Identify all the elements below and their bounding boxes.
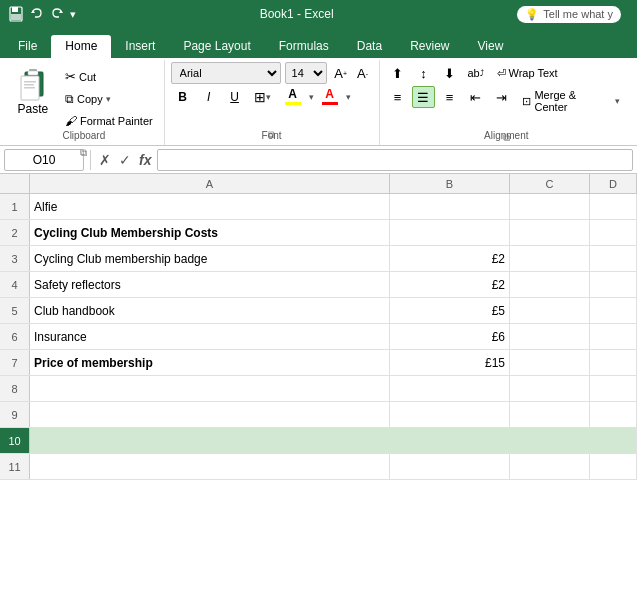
orientation-button[interactable]: ab⤴ [464,62,488,84]
cell-a[interactable] [30,376,390,401]
tab-page-layout[interactable]: Page Layout [169,35,264,58]
cell-a[interactable]: Price of membership [30,350,390,375]
format-painter-button[interactable]: 🖌 Format Painter [60,111,158,131]
cell-b[interactable]: £5 [390,298,510,323]
tab-view[interactable]: View [464,35,518,58]
cell-d[interactable] [590,194,637,219]
save-icon[interactable] [8,6,24,22]
decrease-indent-button[interactable]: ⇤ [463,86,487,108]
cell-d[interactable] [590,402,637,427]
font-color-button[interactable]: A [316,86,344,108]
table-row[interactable]: 4Safety reflectors£2 [0,272,637,298]
cell-d[interactable] [590,324,637,349]
bold-button[interactable]: B [171,86,195,108]
cell-d[interactable] [590,376,637,401]
cell-c[interactable] [510,376,590,401]
table-row[interactable]: 9 [0,402,637,428]
cell-c[interactable] [510,402,590,427]
align-left-button[interactable]: ≡ [386,86,410,108]
tab-review[interactable]: Review [396,35,463,58]
cell-a[interactable]: Safety reflectors [30,272,390,297]
cell-b[interactable] [390,428,510,453]
underline-button[interactable]: U [223,86,247,108]
cell-d[interactable] [590,272,637,297]
insert-function-icon[interactable]: fx [137,150,153,170]
tab-home[interactable]: Home [51,35,111,58]
align-top-button[interactable]: ⬆ [386,62,410,84]
cell-c[interactable] [510,428,590,453]
tell-me-bar[interactable]: 💡 Tell me what y [517,6,621,23]
cell-d[interactable] [590,298,637,323]
cell-c[interactable] [510,220,590,245]
col-header-c[interactable]: C [510,174,590,193]
font-size-select[interactable]: 14 [285,62,327,84]
table-row[interactable]: 3Cycling Club membership badge£2 [0,246,637,272]
cell-b[interactable] [390,194,510,219]
cell-d[interactable] [590,350,637,375]
cell-b[interactable]: £2 [390,272,510,297]
cell-c[interactable] [510,272,590,297]
cell-d[interactable] [590,428,637,453]
borders-button[interactable]: ⊞▾ [249,86,277,108]
cell-a[interactable] [30,428,390,453]
tab-formulas[interactable]: Formulas [265,35,343,58]
table-row[interactable]: 1Alfie [0,194,637,220]
copy-button[interactable]: ⧉ Copy ▾ [60,89,158,109]
cell-a[interactable]: Cycling Club Membership Costs [30,220,390,245]
cell-b[interactable] [390,402,510,427]
table-row[interactable]: 2Cycling Club Membership Costs [0,220,637,246]
cell-d[interactable] [590,454,637,479]
align-bottom-button[interactable]: ⬇ [438,62,462,84]
cell-b[interactable]: £6 [390,324,510,349]
table-row[interactable]: 5Club handbook£5 [0,298,637,324]
increase-indent-button[interactable]: ⇥ [489,86,513,108]
table-row[interactable]: 8 [0,376,637,402]
cell-d[interactable] [590,220,637,245]
cell-d[interactable] [590,246,637,271]
fill-color-arrow[interactable]: ▾ [309,92,314,102]
fill-color-button[interactable]: A [279,86,307,108]
align-center-button[interactable]: ☰ [412,86,436,108]
table-row[interactable]: 6Insurance£6 [0,324,637,350]
table-row[interactable]: 7Price of membership£15 [0,350,637,376]
cell-c[interactable] [510,246,590,271]
cell-c[interactable] [510,298,590,323]
cell-b[interactable] [390,376,510,401]
align-middle-button[interactable]: ↕ [412,62,436,84]
cell-b[interactable]: £2 [390,246,510,271]
tab-insert[interactable]: Insert [111,35,169,58]
paste-button[interactable]: Paste [10,62,56,122]
cell-a[interactable]: Cycling Club membership badge [30,246,390,271]
cell-a[interactable] [30,454,390,479]
merge-center-button[interactable]: ⊡ Merge & Center ▾ [515,86,627,116]
formula-input[interactable] [157,149,633,171]
wrap-text-button[interactable]: ⏎ Wrap Text [490,62,565,84]
cut-button[interactable]: ✂ Cut [60,66,158,87]
cell-c[interactable] [510,454,590,479]
cell-c[interactable] [510,194,590,219]
italic-button[interactable]: I [197,86,221,108]
copy-dropdown-arrow[interactable]: ▾ [106,94,111,104]
increase-font-size-button[interactable]: A+ [331,62,351,84]
table-row[interactable]: 10 [0,428,637,454]
cell-a[interactable]: Alfie [30,194,390,219]
undo-icon[interactable] [30,7,44,21]
confirm-formula-icon[interactable]: ✓ [117,150,133,170]
decrease-font-size-button[interactable]: A- [353,62,373,84]
cell-b[interactable] [390,220,510,245]
cell-b[interactable] [390,454,510,479]
redo-icon[interactable] [50,7,64,21]
clipboard-expand[interactable]: ⧉ [78,145,89,161]
cell-c[interactable] [510,350,590,375]
cell-a[interactable]: Insurance [30,324,390,349]
col-header-a[interactable]: A [30,174,390,193]
tab-file[interactable]: File [4,35,51,58]
font-name-select[interactable]: Arial [171,62,281,84]
cell-a[interactable]: Club handbook [30,298,390,323]
col-header-b[interactable]: B [390,174,510,193]
table-row[interactable]: 11 [0,454,637,480]
cell-c[interactable] [510,324,590,349]
align-right-button[interactable]: ≡ [437,86,461,108]
tab-data[interactable]: Data [343,35,396,58]
merge-dropdown-arrow[interactable]: ▾ [615,96,620,106]
